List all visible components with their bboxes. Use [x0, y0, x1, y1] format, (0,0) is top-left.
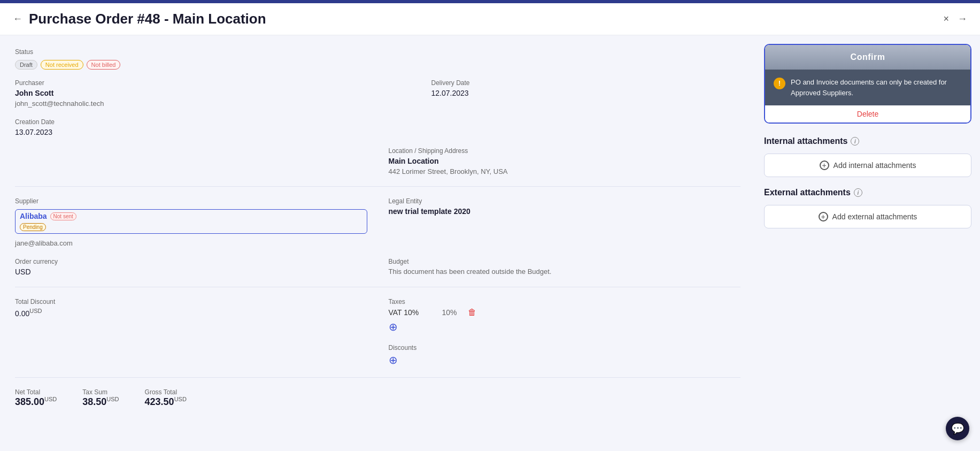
page-container: ← Purchase Order #48 - Main Location × →…: [0, 3, 980, 451]
taxes-label: Taxes: [389, 298, 741, 305]
add-tax[interactable]: ⊕: [389, 320, 741, 333]
add-tax-icon[interactable]: ⊕: [389, 321, 398, 333]
net-total-item: Net Total 385.00USD: [15, 388, 57, 408]
tax-row-1: VAT 10% 10% 🗑: [389, 308, 741, 317]
warning-icon: !: [774, 78, 785, 89]
form-grid-2: Location / Shipping Address Main Locatio…: [15, 147, 740, 175]
not-sent-badge: Not sent: [50, 212, 76, 220]
taxes-group: Taxes VAT 10% 10% 🗑 ⊕: [389, 298, 741, 333]
status-group: Status Draft Not received Not billed: [15, 48, 740, 70]
discounts-group: Discounts ⊕: [389, 344, 741, 366]
external-attachments-label: External attachments: [764, 188, 851, 197]
supplier-name-row: Alibaba Not sent: [20, 212, 362, 220]
supplier-label: Supplier: [15, 197, 367, 205]
budget-label: Budget: [389, 258, 741, 265]
net-total-label: Net Total: [15, 388, 57, 396]
warning-box: ! PO and Invoice documents can only be c…: [765, 70, 970, 105]
internal-attachments-section: Internal attachments i + Add internal at…: [764, 136, 971, 177]
add-discount-icon[interactable]: ⊕: [389, 354, 398, 366]
purchaser-name: John Scott: [15, 89, 367, 97]
legal-entity-value: new trial template 2020: [389, 207, 741, 216]
purchaser-label: Purchaser: [15, 79, 367, 87]
add-discount[interactable]: ⊕: [389, 354, 741, 366]
status-label: Status: [15, 48, 740, 56]
totals-row: Net Total 385.00USD Tax Sum 38.50USD Gro…: [15, 388, 740, 408]
budget-group: Budget This document has been created ou…: [389, 258, 741, 276]
legal-entity-label: Legal Entity: [389, 197, 741, 205]
form-grid-4: Total Discount 0.00USD Taxes VAT 10% 10%…: [15, 298, 740, 366]
legal-entity-group: Legal Entity new trial template 2020: [389, 197, 741, 247]
net-total-value: 385.00USD: [15, 396, 57, 408]
location-address: 442 Lorimer Street, Brooklyn, NY, USA: [389, 167, 741, 175]
creation-date-value: 13.07.2023: [15, 128, 367, 136]
creation-date-group: Creation Date 13.07.2023: [15, 118, 367, 136]
add-internal-plus-icon: +: [820, 160, 829, 170]
delete-button[interactable]: Delete: [765, 105, 970, 123]
divider-3: [15, 377, 740, 378]
next-icon[interactable]: →: [958, 13, 967, 25]
add-internal-attachments-label: Add internal attachments: [834, 161, 916, 170]
gross-total-item: Gross Total 423.50USD: [145, 388, 187, 408]
tax-sum-item: Tax Sum 38.50USD: [82, 388, 119, 408]
page-title: Purchase Order #48 - Main Location: [29, 11, 266, 27]
header-right: × →: [943, 13, 967, 25]
delivery-date-label: Delivery Date: [431, 79, 741, 87]
supplier-group: Supplier Alibaba Not sent Pending jane@a…: [15, 197, 367, 247]
draft-badge: Draft: [15, 60, 37, 70]
location-group: Location / Shipping Address Main Locatio…: [389, 147, 741, 175]
add-external-attachments-button[interactable]: + Add external attachments: [764, 205, 971, 228]
taxes-section: VAT 10% 10% 🗑 ⊕: [389, 308, 741, 333]
total-discount-label: Total Discount: [15, 298, 367, 305]
delivery-date-group: Delivery Date 12.07.2023: [431, 79, 741, 108]
delete-tax-icon[interactable]: 🗑: [468, 308, 476, 317]
divider-1: [15, 186, 740, 187]
divider-2: [15, 287, 740, 287]
order-currency-group: Order currency USD: [15, 258, 367, 276]
right-panel: Confirm ! PO and Invoice documents can o…: [755, 35, 980, 451]
internal-attachments-label: Internal attachments: [764, 136, 847, 146]
header: ← Purchase Order #48 - Main Location × →: [0, 3, 980, 35]
purchaser-email: john_scott@technaholic.tech: [15, 100, 367, 108]
location-name: Main Location: [389, 157, 741, 165]
supplier-box: Alibaba Not sent Pending: [15, 209, 367, 234]
add-external-attachments-label: Add external attachments: [832, 212, 917, 221]
tax-sum-value: 38.50USD: [82, 396, 119, 408]
action-box: Confirm ! PO and Invoice documents can o…: [764, 44, 971, 124]
confirm-button[interactable]: Confirm: [765, 45, 970, 70]
warning-text: PO and Invoice documents can only be cre…: [791, 77, 962, 98]
header-left: ← Purchase Order #48 - Main Location: [13, 11, 266, 27]
creation-date-label: Creation Date: [15, 118, 367, 126]
form-grid-top: Purchaser John Scott john_scott@technaho…: [15, 79, 740, 136]
internal-attachments-info-icon[interactable]: i: [851, 137, 859, 146]
tax-percent: 10%: [442, 308, 457, 317]
form-grid-3: Supplier Alibaba Not sent Pending jane@a…: [15, 197, 740, 276]
not-received-badge: Not received: [41, 60, 83, 70]
external-attachments-heading: External attachments i: [764, 188, 971, 197]
add-internal-attachments-button[interactable]: + Add internal attachments: [764, 154, 971, 177]
total-discount-group: Total Discount 0.00USD: [15, 298, 367, 333]
total-discount-value: 0.00USD: [15, 308, 367, 318]
discounts-label: Discounts: [389, 344, 741, 351]
left-panel: Status Draft Not received Not billed Pur…: [0, 35, 755, 451]
delivery-date-value: 12.07.2023: [431, 89, 741, 97]
not-billed-badge: Not billed: [87, 60, 121, 70]
gross-total-label: Gross Total: [145, 388, 187, 396]
external-attachments-info-icon[interactable]: i: [854, 188, 862, 197]
internal-attachments-heading: Internal attachments i: [764, 136, 971, 146]
main-layout: Status Draft Not received Not billed Pur…: [0, 35, 980, 451]
gross-total-value: 423.50USD: [145, 396, 187, 408]
pending-badge: Pending: [20, 223, 46, 231]
close-icon[interactable]: ×: [943, 13, 949, 25]
supplier-email: jane@alibaba.com: [15, 239, 367, 247]
external-attachments-section: External attachments i + Add external at…: [764, 188, 971, 228]
supplier-name[interactable]: Alibaba: [20, 212, 47, 220]
location-label: Location / Shipping Address: [389, 147, 741, 155]
chat-button[interactable]: 💬: [946, 417, 969, 440]
tax-sum-label: Tax Sum: [82, 388, 119, 396]
order-currency-label: Order currency: [15, 258, 367, 265]
status-badges: Draft Not received Not billed: [15, 60, 740, 70]
purchaser-group: Purchaser John Scott john_scott@technaho…: [15, 79, 367, 108]
back-button[interactable]: ←: [13, 13, 22, 25]
add-external-plus-icon: +: [819, 212, 828, 221]
budget-value: This document has been created outside t…: [389, 267, 741, 276]
